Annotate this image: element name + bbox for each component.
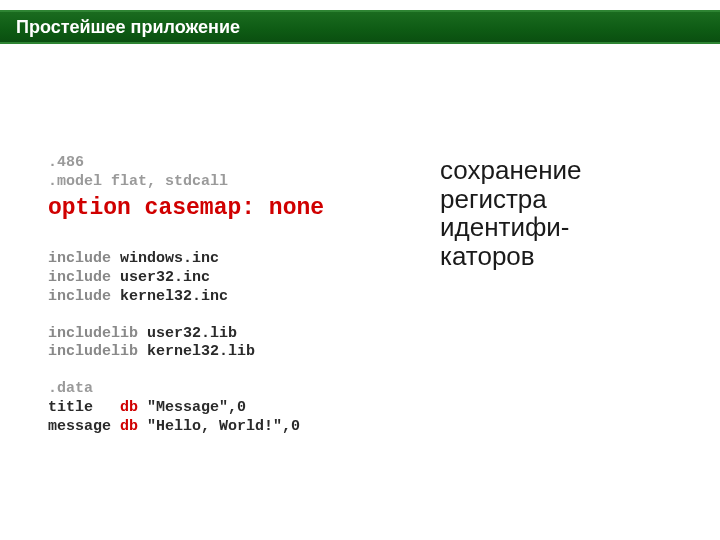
identifier: title xyxy=(48,399,120,416)
callout-line: каторов xyxy=(440,242,690,271)
keyword: db xyxy=(120,399,138,416)
keyword: include xyxy=(48,250,111,267)
literal: "Message",0 xyxy=(138,399,246,416)
code-line: .data xyxy=(48,380,428,399)
identifier: kernel32.lib xyxy=(138,343,255,360)
callout-line: сохранение xyxy=(440,156,690,185)
code-line: message db "Hello, World!",0 xyxy=(48,418,428,437)
identifier: user32.lib xyxy=(138,325,237,342)
identifier: kernel32.inc xyxy=(111,288,228,305)
code-line: include windows.inc xyxy=(48,250,428,269)
literal: "Hello, World!",0 xyxy=(138,418,300,435)
callout-line: регистра xyxy=(440,185,690,214)
callout-text: сохранение регистра идентифи- каторов xyxy=(440,156,690,270)
code-line: includelib user32.lib xyxy=(48,325,428,344)
identifier: message xyxy=(48,418,120,435)
identifier: user32.inc xyxy=(111,269,210,286)
keyword: includelib xyxy=(48,343,138,360)
code-line-highlight: option casemap: none xyxy=(48,194,428,223)
code-line: title db "Message",0 xyxy=(48,399,428,418)
title-bar: Простейшее приложение xyxy=(0,10,720,44)
slide: Простейшее приложение .486 .model flat, … xyxy=(0,0,720,540)
identifier: windows.inc xyxy=(111,250,219,267)
code-line: include user32.inc xyxy=(48,269,428,288)
keyword: include xyxy=(48,288,111,305)
code-line: includelib kernel32.lib xyxy=(48,343,428,362)
keyword: include xyxy=(48,269,111,286)
code-line: .model flat, stdcall xyxy=(48,173,428,192)
keyword: includelib xyxy=(48,325,138,342)
keyword: db xyxy=(120,418,138,435)
code-line: .486 xyxy=(48,154,428,173)
page-title: Простейшее приложение xyxy=(16,17,240,38)
code-line: include kernel32.inc xyxy=(48,288,428,307)
code-block: .486 .model flat, stdcall option casemap… xyxy=(48,154,428,436)
callout-line: идентифи- xyxy=(440,213,690,242)
